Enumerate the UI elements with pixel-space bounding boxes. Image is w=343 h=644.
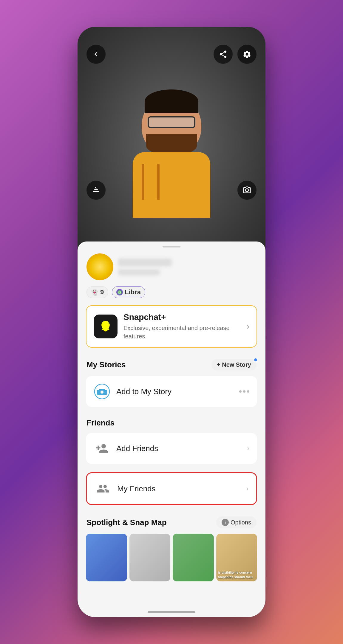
add-to-story-icon [94,383,110,400]
ghost-icon: 👻 [91,289,98,296]
snapchat-ghost-plus-icon: + [98,319,113,334]
new-story-button[interactable]: + New Story [211,359,257,371]
my-stories-list: Add to My Story [86,376,257,407]
spotlight-thumb-3[interactable] [173,534,214,581]
add-friends-label: Add Friends [116,444,241,453]
spotlight-header: Spotlight & Snap Map i Options [78,513,265,534]
spotlight-grid: is visibility is concern ompanies should… [78,534,265,587]
spotlight-thumb-2[interactable] [129,534,171,581]
friend-count: 9 [100,288,104,296]
my-stories-title: My Stories [86,360,126,369]
thumb-4-text: is visibility is concern ompanies should… [218,570,256,579]
avatar-section [78,27,265,259]
friend-count-badge[interactable]: 👻 9 [86,286,108,298]
snapchat-plus-title: Snapchat+ [123,312,241,322]
options-label: Options [231,519,251,526]
add-to-story-more-button[interactable] [239,390,249,393]
share-button[interactable] [214,45,233,64]
libra-icon: ♎ [116,289,123,295]
my-friends-label: My Friends [117,484,240,493]
add-to-story-item[interactable]: Add to My Story [86,376,257,407]
snapchat-plus-chevron: › [247,322,249,331]
options-button[interactable]: i Options [216,516,257,528]
drag-handle [163,246,180,247]
home-indicator [148,611,195,613]
camera-roll-button[interactable] [237,181,257,200]
my-stories-header: My Stories + New Story [78,356,265,376]
zodiac-label: Libra [125,288,141,296]
outfit-button[interactable] [86,181,106,200]
bitmoji-avatar [118,72,225,250]
zodiac-badge[interactable]: ♎ Libra [112,286,145,298]
back-button[interactable] [86,45,106,64]
profile-name-area [118,258,257,275]
new-story-label: + New Story [217,361,251,368]
profile-display-name [118,258,172,266]
snapchat-plus-subtitle: Exclusive, experimental and pre-release … [123,324,241,340]
settings-button[interactable] [237,45,257,64]
avatar-head [142,95,201,155]
content-sheet: 👻 9 ♎ Libra + Snapchat+ Exclusive, exper… [78,242,265,617]
friends-title: Friends [86,418,115,428]
my-friends-chevron: › [246,485,248,493]
svg-point-1 [95,384,109,399]
my-friends-item[interactable]: My Friends › [87,473,256,504]
avatar-hair [145,89,198,113]
add-friends-list: Add Friends › [86,433,257,464]
friends-header: Friends [78,415,265,433]
add-to-story-label: Add to My Story [116,387,233,396]
svg-text:+: + [108,320,110,325]
friends-list-icon [96,482,109,495]
add-friends-chevron: › [247,445,249,452]
outfit-hanger-icon [92,186,101,195]
snapchat-plus-icon: + [94,315,118,338]
share-icon [219,50,228,59]
back-icon [92,50,101,59]
camera-roll-icon [242,186,251,195]
snapchat-plus-text: Snapchat+ Exclusive, experimental and pr… [123,312,241,340]
phone-shell: 👻 9 ♎ Libra + Snapchat+ Exclusive, exper… [78,27,265,617]
new-story-notification-dot [254,358,258,362]
profile-snapcode[interactable] [86,253,113,280]
info-icon: i [222,519,229,526]
my-friends-icon [95,480,111,497]
add-friends-icon [94,440,110,457]
badges-row: 👻 9 ♎ Libra [78,286,265,305]
add-friends-item[interactable]: Add Friends › [86,433,257,464]
camera-circle-icon [94,384,110,399]
avatar-stripes [142,164,160,200]
profile-info-row [78,253,265,286]
my-friends-list: My Friends › [86,472,257,505]
gear-icon [242,50,251,59]
add-person-icon [95,442,109,455]
avatar-body [133,152,210,218]
snapchat-plus-card[interactable]: + Snapchat+ Exclusive, experimental and … [86,305,257,348]
spotlight-thumb-1[interactable] [86,534,127,581]
spotlight-thumb-4[interactable]: is visibility is concern ompanies should… [216,534,257,581]
profile-username [118,269,160,275]
avatar-glasses [148,116,195,128]
spotlight-title: Spotlight & Snap Map [86,518,167,527]
